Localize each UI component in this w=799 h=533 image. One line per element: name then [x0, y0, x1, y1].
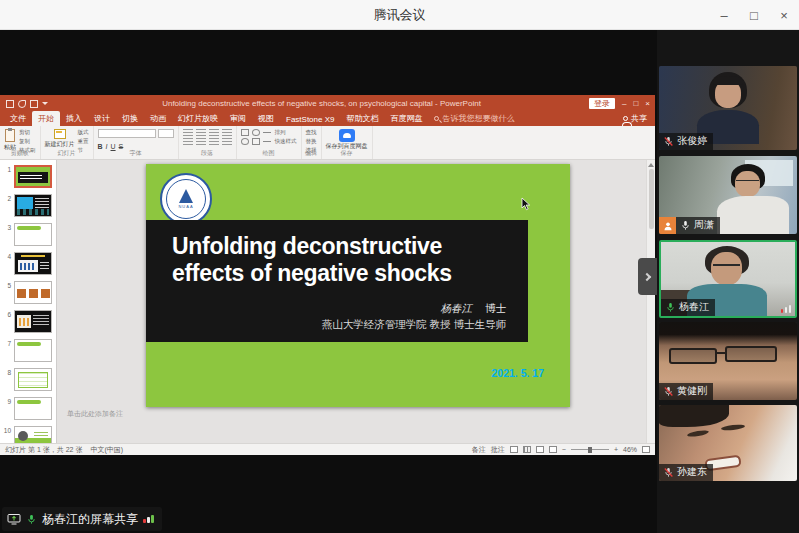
slide-thumbnail-4[interactable]: 4 [0, 252, 54, 275]
slide-title-box[interactable]: Unfolding deconstructive effects of nega… [146, 220, 528, 342]
ribbon-tab-bar: 文件 开始 插入 设计 切换 动画 幻灯片放映 审阅 视图 FastStone … [0, 112, 655, 126]
slide-title-line2: effects of negative shocks [172, 260, 528, 287]
zoom-slider[interactable] [571, 449, 609, 450]
align-center-icon[interactable] [196, 138, 206, 145]
slide-thumbnail-panel[interactable]: 1 2 3 4 [0, 160, 57, 443]
numbering-icon[interactable] [196, 129, 206, 136]
close-button[interactable]: × [769, 0, 799, 30]
slide-sorter-view-icon[interactable] [523, 446, 531, 453]
align-right-icon[interactable] [209, 138, 219, 145]
arrow-shape-icon[interactable] [241, 138, 249, 145]
font-size-combobox[interactable] [158, 129, 174, 138]
ellipse-shape-icon[interactable] [252, 129, 260, 136]
slide-thumbnail-7[interactable]: 7 [0, 339, 54, 362]
participant-name: 黄健刚 [677, 384, 707, 398]
participants-sidebar: 张俊婷 [657, 30, 799, 533]
ppt-close-button[interactable]: × [645, 99, 650, 108]
tab-baidu-pan[interactable]: 百度网盘 [384, 111, 428, 126]
mic-muted-icon [663, 386, 674, 397]
tab-file[interactable]: 文件 [4, 111, 32, 126]
line-shape-icon[interactable] [263, 132, 271, 133]
textbox-shape-icon[interactable] [252, 138, 260, 145]
zoom-out-button[interactable]: − [562, 446, 566, 453]
slide-scrollbar[interactable] [646, 160, 655, 443]
rectangle-shape-icon[interactable] [241, 129, 249, 136]
slide-thumbnail-2[interactable]: 2 [0, 194, 54, 217]
copy-button[interactable]: 复制 [19, 138, 36, 145]
slideshow-icon[interactable] [30, 100, 38, 108]
sign-in-button[interactable]: 登录 [589, 98, 615, 109]
line-spacing-icon[interactable] [222, 129, 232, 136]
tab-help[interactable]: 帮助文档 [340, 111, 384, 126]
tab-review[interactable]: 审阅 [224, 111, 252, 126]
font-name-combobox[interactable] [98, 129, 156, 138]
zoom-level[interactable]: 46% [623, 446, 637, 453]
slide-thumbnail-3[interactable]: 3 [0, 223, 54, 246]
cut-button[interactable]: 剪切 [19, 129, 36, 136]
indent-icon[interactable] [209, 129, 219, 136]
normal-view-icon[interactable] [510, 446, 518, 453]
save-to-baidu-button[interactable]: 保存到百度网盘 [326, 129, 368, 150]
logo-emblem [179, 189, 193, 203]
customize-qat-icon[interactable] [42, 102, 48, 105]
slideshow-view-icon[interactable] [549, 446, 557, 453]
save-icon[interactable] [6, 100, 14, 108]
mic-muted-icon [663, 136, 674, 147]
slide-thumbnail-1[interactable]: 1 [0, 165, 54, 188]
fit-to-window-icon[interactable] [642, 446, 650, 453]
tab-design[interactable]: 设计 [88, 111, 116, 126]
zoom-in-button[interactable]: + [614, 446, 618, 453]
bullets-icon[interactable] [183, 129, 193, 136]
align-left-icon[interactable] [183, 138, 193, 145]
notes-placeholder[interactable]: 单击此处添加备注 [67, 409, 123, 419]
slide-thumbnail-9[interactable]: 9 [0, 397, 54, 420]
slide-thumbnail-5[interactable]: 5 [0, 281, 54, 304]
slide-thumbnail-8[interactable]: 8 [0, 368, 54, 391]
tab-home[interactable]: 开始 [32, 111, 60, 126]
participant-tile-1[interactable]: 张俊婷 [659, 66, 797, 150]
replace-button[interactable]: 替换 [306, 138, 317, 145]
reading-view-icon[interactable] [536, 446, 544, 453]
participant-tile-4[interactable]: 黄健刚 [659, 322, 797, 400]
tab-view[interactable]: 视图 [252, 111, 280, 126]
notes-toggle[interactable]: 备注 [472, 445, 486, 455]
slide-thumbnail-6[interactable]: 6 [0, 310, 54, 333]
tab-animations[interactable]: 动画 [144, 111, 172, 126]
ppt-restore-button[interactable]: □ [633, 99, 638, 108]
find-button[interactable]: 查找 [306, 129, 317, 136]
minimize-button[interactable]: – [709, 0, 739, 30]
connector-shape-icon[interactable] [263, 141, 271, 142]
language-indicator[interactable]: 中文(中国) [90, 445, 123, 455]
author-name: 杨春江 [441, 303, 473, 314]
slide-thumbnail-10[interactable]: 10 [0, 426, 54, 443]
arrange-button[interactable]: 排列 [275, 129, 297, 136]
slide-canvas[interactable]: NUAA Unfolding deconstructive effects of… [146, 164, 570, 407]
mic-speaking-icon [665, 302, 676, 313]
ppt-share-button[interactable]: 共享 [615, 113, 655, 126]
new-slide-button[interactable]: 新建幻灯片 [45, 129, 75, 149]
ppt-titlebar: Unfolding deconstructive effects of nega… [0, 95, 655, 112]
scroll-up-icon[interactable] [648, 163, 654, 167]
undo-icon[interactable] [18, 100, 26, 108]
reset-button[interactable]: 重置 [78, 138, 89, 145]
participant-tile-3[interactable]: 杨春江 [659, 240, 797, 318]
layout-button[interactable]: 版式 [78, 129, 89, 136]
quick-styles-button[interactable]: 快速样式 [275, 138, 297, 145]
tab-insert[interactable]: 插入 [60, 111, 88, 126]
participant-tile-2[interactable]: 周潇 [659, 156, 797, 234]
comments-toggle[interactable]: 批注 [491, 445, 505, 455]
scrollbar-thumb[interactable] [649, 169, 654, 229]
slides-group: 新建幻灯片 版式 重置 节 幻灯片 [41, 126, 94, 159]
tab-slideshow[interactable]: 幻灯片放映 [172, 111, 224, 126]
screen-share-icon [7, 513, 21, 525]
tab-transitions[interactable]: 切换 [116, 111, 144, 126]
ppt-minimize-button[interactable]: – [622, 99, 626, 108]
sidebar-collapse-handle[interactable] [638, 258, 657, 295]
justify-icon[interactable] [222, 138, 232, 145]
participant-tile-5[interactable]: 孙建东 [659, 405, 797, 481]
maximize-button[interactable]: □ [739, 0, 769, 30]
clipboard-group-label: 剪贴板 [0, 149, 40, 158]
tab-faststone[interactable]: FastStone X9 [280, 113, 340, 126]
screen-share-banner[interactable]: 杨春江的屏幕共享 [2, 507, 162, 531]
tell-me-search[interactable]: 告诉我您想要做什么 [428, 113, 520, 126]
